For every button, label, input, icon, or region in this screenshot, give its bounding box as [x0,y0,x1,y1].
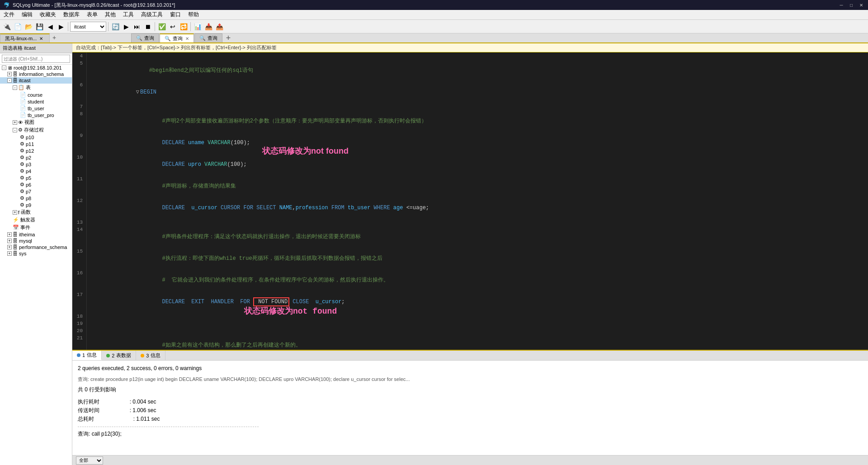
tree-item-procedures[interactable]: - ⚙ 存储过程 [0,126,72,134]
p11-label: p11 [26,141,34,147]
tree-item-triggers[interactable]: ⚡ 触发器 [0,216,72,224]
tree-item-p6[interactable]: ⚙ p6 [0,181,72,188]
expand-procedures[interactable]: - [13,128,17,132]
menu-advanced[interactable]: 高级工具 [137,10,166,19]
menu-tools[interactable]: 工具 [119,10,137,19]
total-time-row: 总耗时 : 1.011 sec [78,415,863,423]
database-selector[interactable]: itcast [70,22,106,32]
tree-item-mysql[interactable]: + 🗄 mysql [0,238,72,244]
tree-item-p12[interactable]: ⚙ p12 [0,147,72,154]
tree-item-p3[interactable]: ⚙ p3 [0,161,72,168]
menu-database[interactable]: 数据库 [60,10,83,19]
query-tab-label-2: 查询 [173,35,183,42]
add-query-tab-btn[interactable]: + [223,33,234,42]
menu-window[interactable]: 窗口 [166,10,184,19]
menu-help[interactable]: 帮助 [184,10,203,19]
expand-perf[interactable]: + [7,245,12,249]
query-tab-2[interactable]: 🔍 查询 ✕ [160,33,194,42]
exec-time-row: 执行耗时 : 0.004 sec [78,398,863,406]
expand-root[interactable]: - [2,66,6,70]
auto-commit-btn[interactable]: 🔁 [179,22,189,32]
query-tab-3[interactable]: 🔍 查询 [194,33,222,42]
tree-item-root[interactable]: - 🖥 root@192.168.10.201 [0,65,72,71]
expand-functions[interactable]: + [13,210,17,215]
open-btn[interactable]: 📂 [24,22,33,32]
db-connection-tab[interactable]: 黑马-linux-m... ✕ [0,33,50,42]
exec-all-btn[interactable]: ⏭ [132,22,142,32]
tree-item-p8[interactable]: ⚙ p8 [0,195,72,202]
query-tab-close-2[interactable]: ✕ [185,36,189,41]
expand-mysql[interactable]: + [7,239,12,243]
exec-btn[interactable]: ▶ [121,22,131,32]
stop-btn[interactable]: ⏹ [143,22,153,32]
app-title: 🐬 SQLyog Ultimate - [黑马-linux-mysql8.0.2… [4,2,175,9]
tree-item-course[interactable]: 📄 course [0,91,72,98]
query-icon-2: 🔍 [165,36,171,42]
tree-item-perf-schema[interactable]: + 🗄 performance_schema [0,244,72,250]
minimize-button[interactable]: ─ [838,2,844,8]
result-tab-data[interactable]: 2 表数据 [102,351,136,360]
menu-table[interactable]: 表单 [83,10,101,19]
tree-item-student[interactable]: 📄 student [0,98,72,105]
close-button[interactable]: ✕ [858,2,864,8]
menu-other[interactable]: 其他 [101,10,119,19]
maximize-button[interactable]: □ [848,2,854,8]
editor-wrapper[interactable]: 4 5 #begin和end之间可以编写任何的sql语句 6 [72,52,868,350]
expand-itcast[interactable]: - [7,78,12,83]
tree-item-p2[interactable]: ⚙ p2 [0,154,72,161]
transfer-time-row: 传送时间 : 1.006 sec [78,406,863,415]
tree-item-tb-user[interactable]: 📄 tb_user [0,105,72,112]
new-connection-btn[interactable]: 🔌 [2,22,12,32]
title-bar: 🐬 SQLyog Ultimate - [黑马-linux-mysql8.0.2… [0,0,868,10]
perf-icon: 🗄 [13,244,18,250]
tree-item-events[interactable]: 📅 事件 [0,224,72,231]
commit-btn[interactable]: ✅ [157,22,167,32]
refresh-btn[interactable]: 🔄 [110,22,120,32]
editor-line-7: 7 [72,103,868,110]
tree-item-p10[interactable]: ⚙ p10 [0,134,72,141]
new-query-btn[interactable]: 📄 [13,22,23,32]
expand-tables[interactable]: - [13,85,17,90]
result-filter-select[interactable]: 全部 [76,456,103,465]
tree-item-p4[interactable]: ⚙ p4 [0,168,72,174]
result-tab-info2[interactable]: 3 信息 [136,351,165,360]
functions-label: 函数 [21,209,31,216]
menu-favorites[interactable]: 收藏夹 [36,10,60,19]
result-tab-info[interactable]: 1 信息 [72,351,102,360]
menu-file[interactable]: 文件 [0,10,18,19]
schema-btn[interactable]: 📊 [193,22,203,32]
filter-input[interactable] [2,55,70,63]
forward-btn[interactable]: ▶ [56,22,66,32]
query-tab-1[interactable]: 🔍 查询 [131,33,159,42]
import-btn[interactable]: 📥 [203,22,213,32]
tree-item-p11[interactable]: ⚙ p11 [0,141,72,147]
tree-item-itheima[interactable]: + 🗄 itheima [0,231,72,238]
save-btn[interactable]: 💾 [34,22,44,32]
tree-item-p7[interactable]: ⚙ p7 [0,188,72,195]
tree-item-p5[interactable]: ⚙ p5 [0,174,72,181]
tree-item-functions[interactable]: + f 函数 [0,208,72,216]
course-label: course [28,92,42,98]
back-btn[interactable]: ◀ [45,22,55,32]
expand-views[interactable]: + [13,120,17,125]
db-tab-close[interactable]: ✕ [39,36,43,41]
tree-item-views[interactable]: + 👁 视图 [0,118,72,126]
expand-info[interactable]: + [7,72,12,76]
export-btn[interactable]: 📤 [214,22,224,32]
tree-item-tables[interactable]: - 📋 表 [0,84,72,91]
tree-item-tb-user-pro[interactable]: 📄 tb_user_pro [0,112,72,118]
tree-item-info-schema[interactable]: + 🗄 information_schema [0,71,72,77]
tree-item-itcast[interactable]: - 🗄 itcast [0,77,72,84]
tree-item-p9[interactable]: ⚙ p9 [0,202,72,208]
course-icon: 📄 [20,92,26,98]
expand-sys[interactable]: + [7,251,12,256]
rollback-btn[interactable]: ↩ [168,22,178,32]
p9-icon: ⚙ [20,202,24,208]
p7-label: p7 [26,189,31,194]
add-db-tab-btn[interactable]: + [50,33,59,42]
expand-itheima[interactable]: + [7,232,12,237]
sql-editor[interactable]: 4 5 #begin和end之间可以编写任何的sql语句 6 [72,52,868,350]
full-content: 黑马-linux-m... ✕ + 🔍 查询 🔍 查询 ✕ 🔍 查询 + 筛选表… [0,33,868,465]
tree-item-sys[interactable]: + 🗄 sys [0,250,72,257]
menu-edit[interactable]: 编辑 [18,10,36,19]
